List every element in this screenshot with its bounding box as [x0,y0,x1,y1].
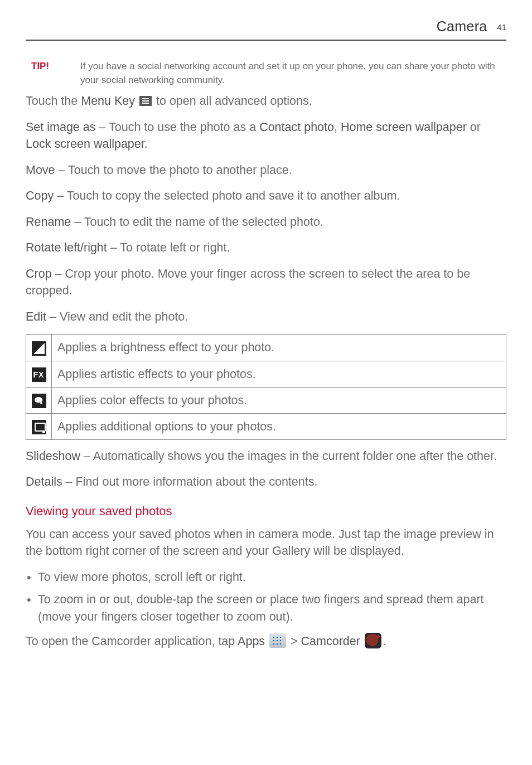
additional-options-icon [32,420,46,434]
edit-text: – View and edit the photo. [46,310,188,323]
rename-label: Rename [26,215,71,229]
opt-contact-photo: Contact photo [259,120,334,134]
details-label: Details [26,475,62,488]
brightness-icon-cell [26,335,52,361]
camcorder-label: Camcorder [301,635,360,648]
rotate-text: – To rotate left or right. [107,241,230,254]
slideshow-text: – Automatically shows you the images in … [80,449,497,463]
touch-menu-line: Touch the Menu Key to open all advanced … [26,93,506,110]
apps-icon [269,633,286,648]
crop-label: Crop [26,267,52,280]
table-row: FX Applies artistic effects to your phot… [26,361,506,387]
color-desc: Applies color effects to your photos. [52,387,506,413]
opt-lock-wallpaper: Lock screen wallpaper [26,137,144,151]
table-row: Applies color effects to your photos. [26,387,506,413]
camcorder-icon [365,633,381,648]
set-image-as-text-a: – Touch to use the photo as a [95,120,259,134]
details-text: – Find out more information about the co… [62,475,318,488]
additional-desc: Applies additional options to your photo… [52,413,506,439]
tip-text: If you have a social networking account … [80,60,506,87]
fx-icon-cell: FX [26,361,52,387]
crop-text: – Crop your photo. Move your finger acro… [26,267,470,298]
move-line: Move – Touch to move the photo to anothe… [26,162,506,179]
slideshow-label: Slideshow [26,449,80,463]
page-number: 41 [497,22,506,32]
end: . [144,137,148,151]
camcorder-prefix: To open the Camcorder application, tap [26,635,238,648]
tip-block: TIP! If you have a social networking acc… [26,60,506,87]
move-label: Move [26,163,55,177]
edit-label: Edit [26,310,46,323]
rotate-line: Rotate left/right – To rotate left or ri… [26,239,506,256]
tip-label: TIP! [26,60,66,87]
set-image-as-line: Set image as – Touch to use the photo as… [26,119,506,153]
rename-text: – Touch to edit the name of the selected… [71,215,323,229]
fx-desc: Applies artistic effects to your photos. [52,361,506,387]
list-item: To zoom in or out, double-tap the screen… [26,591,506,625]
additional-icon-cell [26,413,52,439]
page-header: Camera 41 [26,17,506,41]
viewing-heading: Viewing your saved photos [26,503,506,520]
menu-key-label: Menu Key [81,94,135,108]
copy-line: Copy – Touch to copy the selected photo … [26,187,506,205]
details-line: Details – Find out more information abou… [26,473,506,491]
gt: > [287,635,301,648]
camcorder-line: To open the Camcorder application, tap A… [26,633,506,650]
copy-text: – Touch to copy the selected photo and s… [54,189,400,202]
set-image-as-label: Set image as [26,120,95,134]
menu-key-icon [139,96,152,106]
list-item: To view more photos, scroll left or righ… [26,569,506,586]
fx-icon: FX [32,367,46,382]
edit-options-table: Applies a brightness effect to your phot… [26,334,506,439]
viewing-bullets: To view more photos, scroll left or righ… [26,569,506,626]
viewing-intro: You can access your saved photos when in… [26,526,506,560]
rename-line: Rename – Touch to edit the name of the s… [26,214,506,231]
crop-line: Crop – Crop your photo. Move your finger… [26,265,506,299]
brightness-icon [32,341,46,356]
table-row: Applies additional options to your photo… [26,413,506,439]
apps-label: Apps [238,635,265,648]
table-row: Applies a brightness effect to your phot… [26,335,506,361]
slideshow-line: Slideshow – Automatically shows you the … [26,448,506,465]
sep2: or [467,120,481,134]
color-effects-icon [32,394,46,408]
camcorder-end: . [383,635,386,648]
header-title: Camera [437,18,487,34]
copy-label: Copy [26,189,54,202]
color-icon-cell [26,387,52,413]
edit-line: Edit – View and edit the photo. [26,308,506,326]
touch-text-suffix: to open all advanced options. [156,94,312,108]
brightness-desc: Applies a brightness effect to your phot… [52,335,506,361]
touch-text-prefix: Touch the [26,94,81,108]
rotate-label: Rotate left/right [26,241,107,254]
move-text: – Touch to move the photo to another pla… [55,163,292,177]
opt-home-wallpaper: Home screen wallpaper [341,120,467,134]
sep1: , [334,120,341,134]
